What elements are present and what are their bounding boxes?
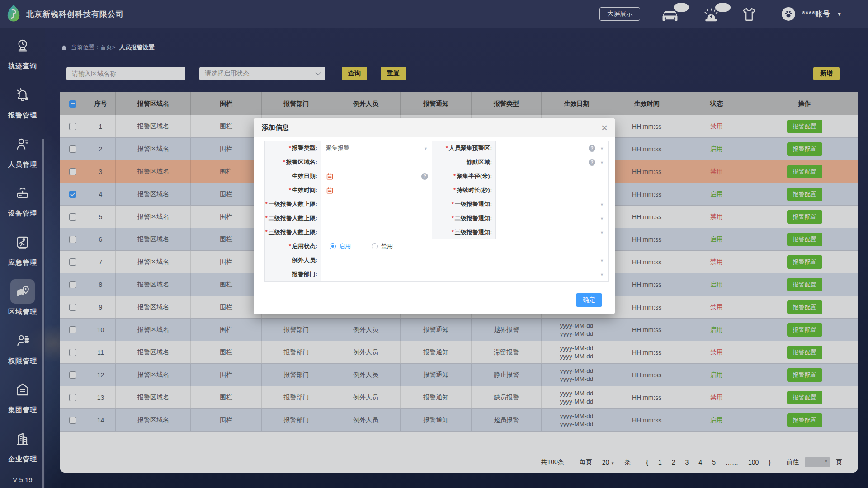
caret-down-icon: ▼ bbox=[600, 272, 604, 277]
field-生效时间[interactable] bbox=[321, 183, 432, 197]
field-人员聚集预警区[interactable]: ?▼ bbox=[496, 141, 609, 155]
close-icon[interactable]: × bbox=[601, 122, 608, 133]
radio-dot-icon bbox=[330, 243, 336, 249]
label-聚集半径(米): *聚集半径(米): bbox=[432, 169, 496, 183]
label-持续时长(秒): *持续时长(秒): bbox=[432, 183, 496, 197]
help-icon: ? bbox=[421, 173, 428, 180]
field-三级报警通知[interactable]: ▼ bbox=[496, 225, 609, 239]
field-启用状态[interactable]: 启用禁用 bbox=[321, 239, 609, 253]
label-报警区域名: *报警区域名: bbox=[265, 155, 321, 169]
caret-down-icon: ▼ bbox=[600, 160, 604, 165]
caret-down-icon: ▼ bbox=[600, 258, 604, 263]
required-asterisk: * bbox=[289, 243, 291, 249]
field-持续时长(秒)[interactable] bbox=[496, 183, 609, 197]
required-asterisk: * bbox=[289, 145, 291, 151]
field-例外人员[interactable]: ▼ bbox=[321, 253, 609, 267]
modal-header: 添加信息 × bbox=[254, 118, 615, 137]
radio-禁用[interactable]: 禁用 bbox=[372, 242, 393, 250]
required-asterisk: * bbox=[452, 229, 454, 235]
required-asterisk: * bbox=[453, 187, 456, 193]
label-启用状态: *启用状态: bbox=[265, 239, 321, 253]
help-icon: ? bbox=[589, 159, 595, 166]
label-三级报警通知: *三级报警通知: bbox=[432, 225, 496, 239]
field-二级报警人数上限[interactable] bbox=[321, 211, 432, 225]
calendar-icon bbox=[326, 187, 334, 194]
confirm-button[interactable]: 确定 bbox=[576, 293, 602, 307]
required-asterisk: * bbox=[265, 229, 268, 235]
caret-down-icon: ▼ bbox=[600, 216, 604, 221]
field-一级报警通知[interactable]: ▼ bbox=[496, 197, 609, 211]
caret-down-icon: ▼ bbox=[600, 230, 604, 235]
field-聚集半径(米)[interactable] bbox=[496, 169, 609, 183]
required-asterisk: * bbox=[452, 201, 454, 207]
field-三级报警人数上限[interactable] bbox=[321, 225, 432, 239]
required-asterisk: * bbox=[289, 187, 291, 193]
label-人员聚集预警区: *人员聚集预警区: bbox=[432, 141, 496, 155]
label-报警类型: *报警类型: bbox=[265, 141, 321, 155]
label-报警部门: 报警部门: bbox=[265, 267, 321, 282]
radio-启用[interactable]: 启用 bbox=[330, 242, 351, 250]
label-一级报警人数上限: *一级报警人数上限: bbox=[265, 197, 321, 211]
field-报警部门[interactable]: ▼ bbox=[321, 267, 609, 282]
field-报警区域名[interactable] bbox=[321, 155, 432, 169]
field-报警类型[interactable]: 聚集报警▼ bbox=[321, 141, 432, 155]
field-一级报警人数上限[interactable] bbox=[321, 197, 432, 211]
add-info-modal: 添加信息 × *报警类型:聚集报警▼*人员聚集预警区:?▼*报警区域名:静默区域… bbox=[254, 118, 615, 314]
modal-title: 添加信息 bbox=[262, 123, 289, 132]
caret-down-icon: ▼ bbox=[600, 146, 604, 151]
field-value: 聚集报警 bbox=[326, 144, 349, 152]
label-例外人员: 例外人员: bbox=[265, 253, 321, 267]
required-asterisk: * bbox=[453, 173, 456, 179]
calendar-icon bbox=[326, 173, 334, 180]
label-一级报警通知: *一级报警通知: bbox=[432, 197, 496, 211]
required-asterisk: * bbox=[452, 215, 454, 221]
label-静默区域: 静默区域: bbox=[432, 155, 496, 169]
label-二级报警人数上限: *二级报警人数上限: bbox=[265, 211, 321, 225]
label-生效时间: *生效时间: bbox=[265, 183, 321, 197]
required-asterisk: * bbox=[265, 215, 268, 221]
label-三级报警人数上限: *三级报警人数上限: bbox=[265, 225, 321, 239]
caret-down-icon: ▼ bbox=[600, 202, 604, 207]
help-icon: ? bbox=[589, 145, 595, 152]
field-生效日期[interactable]: ? bbox=[321, 169, 432, 183]
required-asterisk: * bbox=[265, 201, 268, 207]
caret-down-icon: ▼ bbox=[424, 146, 428, 151]
label-生效日期: 生效日期: bbox=[265, 169, 321, 183]
required-asterisk: * bbox=[446, 145, 448, 151]
label-二级报警通知: *二级报警通知: bbox=[432, 211, 496, 225]
field-静默区域[interactable]: ?▼ bbox=[496, 155, 609, 169]
field-二级报警通知[interactable]: ▼ bbox=[496, 211, 609, 225]
required-asterisk: * bbox=[283, 159, 285, 165]
radio-dot-icon bbox=[372, 243, 378, 249]
